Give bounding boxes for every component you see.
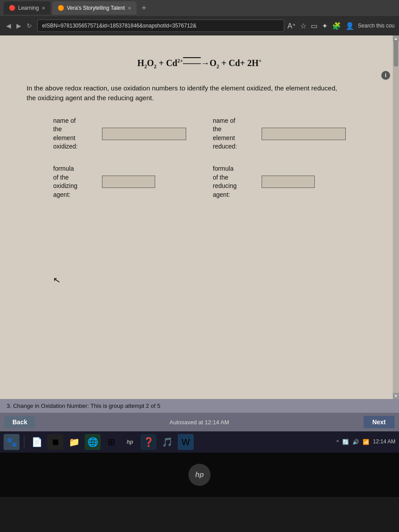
next-button[interactable]: Next: [364, 416, 395, 428]
tab-learning-icon: 🔴: [9, 5, 16, 11]
extensions-icon[interactable]: 🧩: [332, 22, 341, 30]
taskbar-icon-hp-app[interactable]: hp: [122, 434, 138, 450]
taskbar-icon-help[interactable]: ❓: [141, 434, 156, 450]
back-nav-button[interactable]: ◀: [4, 21, 13, 30]
content-inner: i H2O2 + Cd2+——→O2 + Cd+ 2H+ In the abov…: [0, 35, 399, 399]
taskbar-icon-file[interactable]: 📄: [29, 434, 45, 450]
taskbar-clock: 12:14 AM: [373, 438, 395, 446]
scroll-arrow-down[interactable]: ▼: [393, 393, 399, 399]
status-text: 3. Change in Oxidation Number: This is g…: [7, 403, 160, 409]
forward-nav-button[interactable]: ▶: [15, 21, 23, 30]
taskbar-separator: [24, 435, 24, 449]
tab-learning-label: Learning: [18, 5, 39, 11]
taskbar-icon-media[interactable]: ⏹: [47, 434, 63, 450]
reduced-element-input[interactable]: [262, 128, 346, 140]
search-label[interactable]: Search this cou: [358, 23, 395, 29]
reducing-agent-label: formulaof thereducingagent:: [213, 164, 257, 199]
hp-bar: hp: [0, 453, 399, 497]
oxidized-element-label: name oftheelementoxidized:: [53, 117, 98, 151]
reduced-element-item: name oftheelementreduced:: [213, 117, 346, 151]
page-content: i H2O2 + Cd2+——→O2 + Cd+ 2H+ In the abov…: [0, 35, 399, 399]
back-button[interactable]: Back: [4, 416, 35, 428]
browser-chrome: 🔴 Learning ✕ 🟠 Vera's Storytelling Talen…: [0, 0, 399, 35]
scrollbar-thumb[interactable]: [394, 40, 398, 66]
equation-container: H2O2 + Cd2+——→O2 + Cd+ 2H+: [27, 58, 372, 70]
split-view-icon[interactable]: ▭: [311, 22, 317, 30]
bookmark-icon[interactable]: ☆: [300, 22, 306, 30]
taskbar-icon-folder[interactable]: 📁: [66, 434, 82, 450]
browser-nav-buttons: ◀ ▶ ↻: [4, 21, 34, 30]
taskbar-time: 12:14 AM: [373, 438, 395, 446]
new-tab-button[interactable]: +: [138, 4, 150, 13]
nav-bar: Back Autosaved at 12:14 AM Next: [0, 413, 399, 431]
tab-learning-close[interactable]: ✕: [42, 6, 45, 11]
address-bar-text: eISBN=9781305657571&id=1853781846&snapsh…: [42, 23, 196, 29]
taskbar: 🐾 📄 ⏹ 📁 🌐 ⊞ hp ❓ 🎵 W ^ 🔄 🔊 📶 12:14 AM: [0, 431, 399, 453]
reducing-agent-item: formulaof thereducingagent:: [213, 164, 346, 199]
tab-vera-label: Vera's Storytelling Talent: [67, 5, 125, 11]
cursor-arrow: ↖: [52, 274, 62, 286]
taskbar-icon-music[interactable]: 🎵: [159, 434, 175, 450]
taskbar-icon-word[interactable]: W: [178, 434, 194, 450]
taskbar-icon-grid[interactable]: ⊞: [103, 434, 119, 450]
taskbar-volume-icon[interactable]: 🔊: [352, 439, 359, 445]
info-dot[interactable]: i: [381, 71, 390, 80]
tab-bar: 🔴 Learning ✕ 🟠 Vera's Storytelling Talen…: [0, 0, 399, 16]
equation: H2O2 + Cd2+——→O2 + Cd+ 2H+: [137, 58, 262, 68]
taskbar-sync-icon[interactable]: 🔄: [342, 439, 349, 445]
oxidizing-agent-input[interactable]: [102, 176, 155, 188]
oxidizing-agent-label: formulaof theoxidizingagent:: [53, 164, 98, 199]
taskbar-system-tray: ^ 🔄 🔊 📶 12:14 AM: [336, 438, 395, 446]
profile-icon[interactable]: 👤: [345, 22, 354, 30]
taskbar-icon-browser[interactable]: 🌐: [85, 434, 101, 450]
oxidized-element-item: name oftheelementoxidized:: [53, 117, 186, 151]
taskbar-wifi-icon[interactable]: 📶: [363, 439, 369, 445]
scrollbar[interactable]: ▲ ▼: [393, 35, 399, 399]
tab-vera-close[interactable]: ✕: [128, 6, 131, 11]
address-bar[interactable]: eISBN=9781305657571&id=1853781846&snapsh…: [37, 20, 284, 32]
tab-vera-icon: 🟠: [58, 5, 64, 11]
read-aloud-icon[interactable]: A⁺: [288, 22, 296, 30]
autosave-text: Autosaved at 12:14 AM: [35, 419, 363, 426]
hp-logo: hp: [188, 464, 211, 486]
favorites-icon[interactable]: ✦: [322, 22, 328, 30]
oxidized-element-input[interactable]: [102, 128, 186, 140]
address-bar-row: ◀ ▶ ↻ eISBN=9781305657571&id=1853781846&…: [0, 16, 399, 35]
reducing-agent-input[interactable]: [262, 176, 315, 188]
taskbar-start-icon[interactable]: 🐾: [4, 434, 20, 450]
tab-learning[interactable]: 🔴 Learning ✕: [4, 1, 51, 15]
reduced-element-label: name oftheelementreduced:: [213, 117, 257, 151]
status-bar: 3. Change in Oxidation Number: This is g…: [0, 399, 399, 413]
answer-grid: name oftheelementoxidized: name oftheele…: [53, 117, 346, 200]
oxidizing-agent-item: formulaof theoxidizingagent:: [53, 164, 186, 199]
tab-vera[interactable]: 🟠 Vera's Storytelling Talent ✕: [52, 1, 137, 15]
browser-toolbar-icons: A⁺ ☆ ▭ ✦ 🧩 👤: [288, 22, 355, 30]
refresh-button[interactable]: ↻: [25, 21, 34, 30]
question-text: In the above redox reaction, use oxidati…: [27, 83, 346, 103]
taskbar-chevron-icon[interactable]: ^: [336, 439, 339, 445]
